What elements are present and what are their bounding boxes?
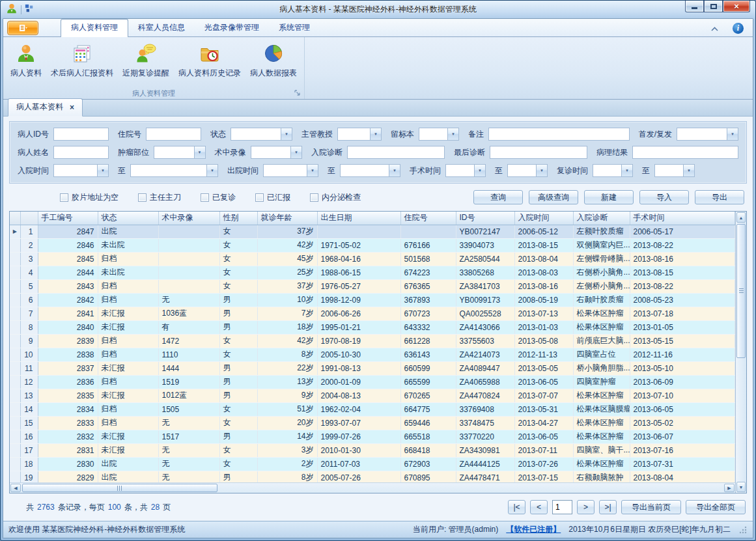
export-button[interactable]: 导出 bbox=[695, 190, 744, 204]
cell[interactable]: 右颞叶胶质瘤 bbox=[573, 293, 630, 307]
cell[interactable]: 1971-05-02 bbox=[317, 238, 400, 252]
ribbon-button-1[interactable]: 病人资料 bbox=[6, 40, 46, 81]
cell[interactable]: 2835 bbox=[38, 389, 98, 402]
ribbon-tab-2[interactable]: 科室人员信息 bbox=[128, 20, 195, 36]
cell[interactable]: 676365 bbox=[400, 279, 456, 293]
cell[interactable]: 37岁 bbox=[257, 225, 317, 238]
cell[interactable]: 未出院 bbox=[98, 238, 158, 252]
cell[interactable]: 367893 bbox=[400, 293, 456, 307]
cell[interactable]: 右侧桥小脑角... bbox=[573, 266, 630, 279]
cell[interactable]: 1968-04-16 bbox=[317, 252, 400, 266]
tab-close-icon[interactable]: × bbox=[70, 104, 74, 111]
chevron-down-icon[interactable]: ▼ bbox=[727, 128, 738, 140]
cell[interactable]: 女 bbox=[219, 348, 257, 361]
chevron-down-icon[interactable]: ▼ bbox=[281, 128, 292, 140]
next-page-button[interactable]: > bbox=[577, 500, 595, 514]
cell[interactable]: 659446 bbox=[400, 416, 456, 430]
surgery-date-from-combo[interactable]: ▼ bbox=[445, 164, 486, 177]
cell[interactable]: 33904073 bbox=[456, 238, 514, 252]
cell[interactable]: 2005-10-30 bbox=[317, 348, 400, 361]
row-indicator-cell[interactable] bbox=[10, 375, 20, 389]
cell[interactable]: 四脑室占位 bbox=[573, 348, 630, 361]
cell[interactable]: 2013-08-03 bbox=[514, 266, 573, 279]
ribbon-tab-4[interactable]: 系统管理 bbox=[269, 20, 320, 36]
cell[interactable]: 665518 bbox=[400, 430, 456, 443]
cell[interactable]: 1999-07-26 bbox=[317, 430, 400, 443]
cell[interactable]: 松果体区肿瘤 bbox=[573, 457, 630, 471]
cell[interactable]: YB0072147 bbox=[456, 225, 514, 238]
row-number-cell[interactable]: 17 bbox=[20, 443, 38, 457]
cell[interactable]: 664775 bbox=[400, 402, 456, 416]
row-indicator-cell[interactable] bbox=[10, 238, 20, 252]
cell[interactable]: 2008-05-19 bbox=[514, 293, 573, 307]
cell[interactable]: 2833 bbox=[38, 416, 98, 430]
row-indicator-cell[interactable] bbox=[10, 307, 20, 320]
cell[interactable]: 2013-08-15 bbox=[514, 238, 573, 252]
table-row[interactable]: 22846未出院女42岁1971-05-02676166339040732013… bbox=[10, 238, 735, 252]
cell[interactable]: 松果体区肿瘤 bbox=[573, 416, 630, 430]
cell[interactable]: 2829 bbox=[38, 471, 98, 482]
vertical-scroll-thumb[interactable] bbox=[736, 224, 746, 358]
cell[interactable]: 636143 bbox=[400, 348, 456, 361]
chevron-down-icon[interactable]: ▼ bbox=[206, 165, 217, 176]
cell[interactable]: 右额颞脑脓肿 bbox=[573, 471, 630, 482]
query-button[interactable]: 查询 bbox=[473, 190, 523, 204]
cell[interactable]: 10岁 bbox=[257, 293, 317, 307]
scroll-down-icon[interactable]: ▼ bbox=[736, 482, 746, 492]
table-row[interactable]: 92839归档1472女42岁1970-08-19661228337556032… bbox=[10, 334, 735, 348]
cell[interactable]: 2013-07-31 bbox=[630, 457, 735, 471]
discharge-date-from-combo[interactable]: ▼ bbox=[263, 164, 318, 177]
cell[interactable]: 8岁 bbox=[257, 471, 317, 482]
cell[interactable]: 2013-05-02 bbox=[630, 416, 735, 430]
export-current-page-button[interactable]: 导出当前页 bbox=[621, 500, 681, 514]
cell[interactable]: 37岁 bbox=[257, 279, 317, 293]
cell[interactable]: 无 bbox=[158, 471, 219, 482]
cell[interactable]: ZA3841703 bbox=[456, 279, 514, 293]
ribbon-tab-1[interactable]: 病人资料管理 bbox=[61, 19, 128, 37]
cell[interactable]: 女 bbox=[219, 443, 257, 457]
cell[interactable]: 2012-11-13 bbox=[514, 348, 573, 361]
cell[interactable]: 无 bbox=[158, 457, 219, 471]
cell[interactable]: 2834 bbox=[38, 402, 98, 416]
chevron-down-icon[interactable]: ▼ bbox=[290, 146, 301, 158]
row-number-cell[interactable]: 11 bbox=[20, 361, 38, 375]
cell[interactable]: 1993-07-07 bbox=[317, 416, 400, 430]
cell[interactable]: 男 bbox=[219, 471, 257, 482]
cell[interactable]: 2010-01-30 bbox=[317, 443, 400, 457]
cell[interactable]: 2岁 bbox=[257, 457, 317, 471]
cell[interactable]: 670723 bbox=[400, 307, 456, 320]
cell[interactable]: 男 bbox=[219, 361, 257, 375]
cell[interactable]: 1976-05-27 bbox=[317, 279, 400, 293]
cell[interactable]: 674223 bbox=[400, 266, 456, 279]
cell[interactable]: 2013-06-05 bbox=[514, 430, 573, 443]
cell[interactable]: 2013-05-05 bbox=[514, 361, 573, 375]
cell[interactable]: 676166 bbox=[400, 238, 456, 252]
scroll-left-icon[interactable]: ◀ bbox=[10, 484, 21, 492]
resize-grip-icon[interactable] bbox=[738, 525, 748, 534]
cell[interactable]: 33770220 bbox=[456, 430, 514, 443]
row-indicator-cell[interactable] bbox=[10, 443, 20, 457]
cell[interactable]: 1991-08-13 bbox=[317, 361, 400, 375]
cell[interactable]: 2008-05-23 bbox=[630, 293, 735, 307]
cell[interactable]: 松果体区肿瘤 bbox=[573, 320, 630, 334]
cell[interactable]: 2013-07-11 bbox=[514, 443, 573, 457]
cell[interactable]: 1444 bbox=[158, 361, 219, 375]
first-page-button[interactable]: |< bbox=[508, 500, 525, 514]
cell[interactable]: 男 bbox=[219, 320, 257, 334]
last-page-button[interactable]: >| bbox=[599, 500, 617, 514]
table-row[interactable]: 132835未汇报1012蓝男9岁2004-08-13670265ZA44708… bbox=[10, 389, 735, 402]
cell[interactable]: 左侧桥小脑角... bbox=[573, 279, 630, 293]
cell[interactable]: 未汇报 bbox=[98, 443, 158, 457]
final-diagnosis-input[interactable] bbox=[490, 146, 587, 159]
row-indicator-cell[interactable] bbox=[10, 402, 20, 416]
vertical-scroll-track[interactable] bbox=[736, 223, 746, 481]
cell[interactable]: 1998-12-09 bbox=[317, 293, 400, 307]
row-number-cell[interactable]: 13 bbox=[20, 389, 38, 402]
app-icon[interactable] bbox=[6, 3, 18, 16]
row-number-cell[interactable]: 7 bbox=[20, 307, 38, 320]
cell[interactable]: 2830 bbox=[38, 457, 98, 471]
row-indicator-cell[interactable] bbox=[10, 430, 20, 443]
row-indicator-cell[interactable] bbox=[10, 348, 20, 361]
cell[interactable]: 2841 bbox=[38, 307, 98, 320]
column-header-8[interactable]: ID号 bbox=[456, 212, 514, 225]
